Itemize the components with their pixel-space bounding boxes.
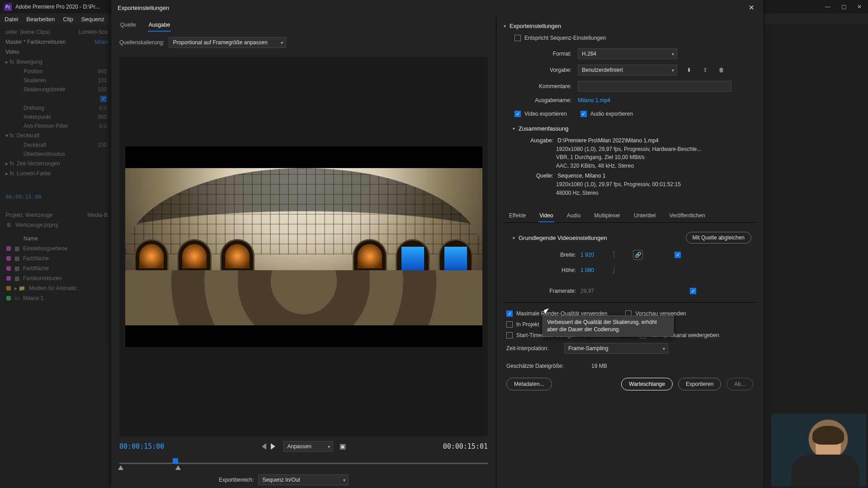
- export-button[interactable]: Exportieren: [678, 378, 721, 390]
- dialog-title: Exporteinstellungen: [118, 5, 169, 11]
- tab-video[interactable]: Video: [538, 210, 554, 222]
- fx-deckkraft[interactable]: Deckkraft: [17, 132, 40, 139]
- tab-multiplexer[interactable]: Multiplexer: [593, 210, 621, 222]
- width-value[interactable]: 1 920: [580, 252, 608, 258]
- project-item[interactable]: ▸ 📁Medien für Animatic: [3, 283, 110, 293]
- delete-preset-icon[interactable]: 🗑: [717, 66, 726, 75]
- export-audio-checkbox[interactable]: ✓: [580, 111, 587, 117]
- framerate-match-checkbox[interactable]: ✓: [690, 288, 696, 294]
- aspect-ratio-icon[interactable]: ▣: [340, 442, 346, 450]
- preview-timeline[interactable]: [119, 458, 488, 470]
- out-handle[interactable]: [175, 465, 181, 470]
- fx-lumetri[interactable]: Lumetri-Farbe: [17, 170, 51, 177]
- play-icon[interactable]: [271, 443, 275, 450]
- fx-zeitverzerrung[interactable]: Zeit-Verzerrungen: [17, 160, 60, 167]
- import-preset-icon[interactable]: ⇪: [701, 66, 710, 75]
- project-item[interactable]: ▭Milano 1: [3, 293, 110, 303]
- link-dimensions-icon[interactable]: 🔗: [633, 250, 643, 260]
- preset-label: Vorgabe:: [514, 67, 573, 73]
- export-video-label: Video exportieren: [524, 111, 567, 117]
- project-item[interactable]: ▦Farbkorrekturen: [3, 273, 110, 283]
- chevron-down-icon[interactable]: ▾: [504, 23, 506, 28]
- step-back-icon[interactable]: [262, 443, 266, 450]
- panel-tab-lumetri[interactable]: Lumetri-Sco: [78, 29, 108, 35]
- fx-bewegung[interactable]: Bewegung: [17, 59, 42, 65]
- uniform-scale-check[interactable]: ✓: [100, 96, 107, 102]
- time-interpolation-select[interactable]: Frame-Sampling: [564, 343, 668, 354]
- comments-input[interactable]: [578, 81, 731, 92]
- summary-output-path: D:\Premiere Pro\Milan 2022\Milano 1.mp4: [557, 137, 658, 144]
- minimize-icon[interactable]: —: [825, 4, 830, 10]
- menu-datei[interactable]: Datei: [5, 16, 18, 23]
- export-settings-heading: Exporteinstellungen: [509, 23, 561, 29]
- prop-ueberblend[interactable]: Überblendmodus: [24, 151, 65, 157]
- export-range-label: Exportbereich:: [219, 477, 254, 483]
- width-label: Breite:: [540, 252, 576, 258]
- panel-tab-project[interactable]: Projekt: Werkzeuge: [5, 212, 53, 218]
- prop-skalierungsbreite[interactable]: Skalierungsbreite: [24, 86, 66, 93]
- height-value[interactable]: 1 080: [580, 267, 608, 273]
- prop-drehung[interactable]: Drehung: [24, 105, 44, 111]
- height-label: Höhe:: [540, 267, 576, 273]
- queue-button[interactable]: Warteschlange: [621, 378, 673, 390]
- save-preset-icon[interactable]: ⬇: [684, 66, 693, 75]
- output-name-link[interactable]: Milano 1.mp4: [578, 97, 610, 103]
- close-icon[interactable]: ✕: [746, 2, 757, 13]
- match-sequence-checkbox[interactable]: [514, 35, 521, 41]
- framerate-value[interactable]: 29,97: [580, 288, 608, 294]
- menu-sequenz[interactable]: Sequenz: [81, 16, 104, 23]
- in-timecode[interactable]: 00:00:15:00: [119, 442, 164, 450]
- tab-ausgabe[interactable]: Ausgabe: [148, 19, 171, 32]
- tooltip: Verbessert die Qualität der Skalierung, …: [542, 315, 674, 336]
- column-name[interactable]: Name: [24, 235, 38, 242]
- panel-tab-media[interactable]: Media-B: [87, 212, 108, 218]
- panel-tab-source[interactable]: uelle: (keine Clips): [5, 29, 50, 35]
- export-range-select[interactable]: Sequenz In/Out: [258, 474, 349, 485]
- export-video-checkbox[interactable]: ✓: [514, 111, 521, 117]
- in-handle[interactable]: [118, 465, 123, 470]
- tab-veroeffentlichen[interactable]: Veröffentlichen: [668, 210, 706, 222]
- tab-audio[interactable]: Audio: [566, 210, 582, 222]
- tab-quelle[interactable]: Quelle: [119, 19, 137, 32]
- tab-effekte[interactable]: Effekte: [508, 210, 527, 222]
- project-item[interactable]: ▦Farbfläche: [3, 263, 110, 273]
- chevron-down-icon[interactable]: ▾: [513, 126, 515, 131]
- metadata-button[interactable]: Metadaten...: [506, 378, 552, 390]
- match-source-button[interactable]: Mit Quelle abgleichen: [686, 232, 751, 244]
- match-sequence-label: Entspricht Sequenz-Einstellungen: [524, 35, 606, 41]
- format-select[interactable]: H.264: [578, 48, 677, 59]
- max-render-quality-checkbox[interactable]: ✓: [506, 310, 513, 317]
- width-match-checkbox[interactable]: ✓: [675, 252, 681, 258]
- maximize-icon[interactable]: ▢: [841, 4, 846, 10]
- section-video: Video: [5, 49, 19, 55]
- import-project-checkbox[interactable]: [506, 321, 513, 328]
- chevron-down-icon[interactable]: ▾: [513, 235, 515, 240]
- prop-position[interactable]: Position: [24, 68, 43, 75]
- prop-ankerpunkt[interactable]: Ankerpunkt: [24, 114, 51, 120]
- summary-heading: Zusammenfassung: [519, 125, 569, 132]
- close-window-icon[interactable]: ✕: [857, 4, 862, 10]
- summary-output-line: AAC, 320 KBit/s, 48 kHz, Stereo: [522, 162, 756, 170]
- cancel-button[interactable]: Ab...: [726, 378, 753, 390]
- start-timecode-checkbox[interactable]: [506, 332, 513, 338]
- menu-bearbeiten[interactable]: Bearbeiten: [26, 16, 55, 23]
- out-timecode[interactable]: 00:00:15:01: [443, 442, 488, 450]
- project-item[interactable]: ▦Einstellungsebene: [3, 244, 110, 253]
- project-item[interactable]: ▦Farbfläche: [3, 253, 110, 263]
- prop-deckkraft[interactable]: Deckkraft: [24, 142, 47, 148]
- playhead[interactable]: [173, 458, 178, 464]
- export-audio-label: Audio exportieren: [590, 111, 633, 117]
- sequence-link[interactable]: Milan: [94, 39, 108, 45]
- tab-untertitel[interactable]: Untertitel: [633, 210, 656, 222]
- summary-output-line: VBR, 1 Durchgang, Ziel 10,00 MBit/s: [522, 153, 756, 162]
- prop-skalieren[interactable]: Skalieren: [24, 77, 46, 84]
- summary-source-line: 48000 Hz, Stereo: [522, 189, 756, 197]
- prop-antiflimmer[interactable]: Anti-Flimmer-Filter: [24, 123, 68, 129]
- fit-select[interactable]: Anpassen: [283, 441, 333, 452]
- project-file-name: Werkzeuge.prproj: [15, 222, 58, 228]
- format-label: Format:: [514, 51, 573, 57]
- menu-clip[interactable]: Clip: [63, 16, 73, 23]
- source-scaling-select[interactable]: Proportional auf Framegröße anpassen: [169, 37, 286, 48]
- timecode-display: 00:00:15:00: [3, 192, 110, 202]
- preset-select[interactable]: Benutzerdefiniert: [578, 65, 677, 75]
